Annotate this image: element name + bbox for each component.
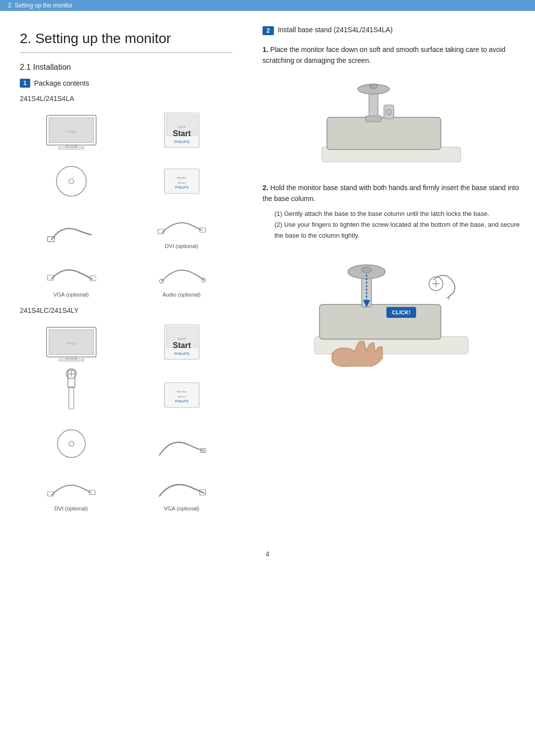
svg-text:driver/: driver/ — [177, 395, 186, 398]
item-stand-tool-2 — [20, 368, 122, 414]
badge-2: 2 — [263, 26, 274, 35]
audio-caption: Audio (optional) — [162, 292, 201, 298]
item-dvi-1: DVI (optional) — [130, 204, 233, 249]
svg-text:Monitor: Monitor — [176, 390, 186, 393]
svg-text:PHILIPS: PHILIPS — [174, 140, 189, 144]
svg-rect-37 — [69, 387, 74, 409]
install-heading-text: Install base stand (241S4L/241S4LA) — [278, 26, 393, 34]
item-cable-2 — [130, 418, 233, 463]
sub1-text: (1) Gently attach the base to the base c… — [274, 208, 520, 219]
svg-rect-50 — [369, 90, 378, 119]
model1-items-grid: Philips Quick Start PHILIPS — [20, 107, 233, 298]
svg-rect-3 — [59, 147, 84, 149]
svg-text:PHILIPS: PHILIPS — [175, 400, 188, 403]
right-column: 2 Install base stand (241S4L/241S4LA) 1.… — [248, 11, 535, 535]
svg-text:Quick: Quick — [178, 125, 186, 128]
item-vga-2: VGA (optional) — [130, 467, 233, 511]
svg-point-11 — [69, 179, 74, 184]
item-quickstart-1: Quick Start PHILIPS — [130, 107, 233, 152]
page-title: 2. Setting up the monitor — [20, 31, 233, 47]
svg-text:Start: Start — [172, 341, 191, 350]
illustration-face-down — [263, 75, 520, 174]
step2-text: 2. Hold the monitor base stand with both… — [263, 182, 520, 204]
sub2-text: (2) Use your fingers to tighten the scre… — [274, 219, 520, 241]
item-power-1 — [20, 204, 122, 249]
svg-text:PHILIPS: PHILIPS — [174, 352, 189, 356]
item-dvi-2: DVI (optional) — [20, 467, 122, 511]
step2-block: 2. Hold the monitor base stand with both… — [263, 182, 520, 241]
svg-rect-52 — [366, 116, 381, 122]
svg-text:Philips: Philips — [66, 130, 76, 134]
svg-text:Monitor: Monitor — [176, 176, 186, 179]
svg-text:CLICK!: CLICK! — [392, 309, 410, 315]
item-cd-1: Monitor driver/ PHILIPS — [130, 156, 233, 201]
install-heading-block: 2 Install base stand (241S4L/241S4LA) — [263, 26, 520, 35]
left-column: 2. Setting up the monitor 2.1 Installati… — [0, 11, 248, 535]
item-audio-1: Audio (optional) — [130, 253, 233, 298]
svg-text:driver/: driver/ — [177, 181, 186, 184]
package-contents-label: 1 Package contents — [20, 79, 233, 88]
badge-1: 1 — [20, 79, 30, 88]
model-label-1: 241S4L/241S4LA — [20, 95, 233, 102]
item-cd-2: Monitor driver/ PHILIPS — [130, 368, 233, 414]
item-monitor-1: Philips — [20, 107, 122, 152]
svg-text:Philips: Philips — [66, 342, 76, 346]
step1-text: 1. Place the monitor face down on soft a… — [263, 44, 520, 66]
svg-point-10 — [56, 166, 86, 196]
dvi2-caption: DVI (optional) — [54, 505, 88, 511]
item-monitor-2: Philips — [20, 319, 122, 364]
section-heading-21: 2.1 Installation — [20, 63, 233, 72]
item-disc-1 — [20, 156, 122, 201]
svg-rect-54 — [384, 105, 394, 119]
item-disc-2 — [20, 418, 122, 463]
svg-point-62 — [362, 267, 372, 273]
item-vga-1: VGA (optional) — [20, 253, 122, 298]
svg-text:PHILIPS: PHILIPS — [175, 186, 188, 189]
svg-point-53 — [370, 84, 377, 89]
svg-point-42 — [57, 430, 85, 457]
svg-rect-57 — [320, 304, 441, 339]
svg-rect-26 — [59, 359, 84, 361]
svg-rect-49 — [327, 117, 441, 150]
vga2-caption: VGA (optional) — [164, 505, 200, 511]
model2-items-grid: Philips Quick Start PHILIPS — [20, 319, 233, 511]
sub-steps: (1) Gently attach the base to the base c… — [274, 208, 520, 241]
vga1-caption: VGA (optional) — [54, 292, 89, 298]
illustration-insert-base: CLICK! — [263, 250, 520, 374]
item-quickstart-2: Quick Start PHILIPS — [130, 319, 233, 364]
svg-text:Start: Start — [172, 129, 191, 138]
page-number: 4 — [0, 550, 535, 558]
step1-block: 1. Place the monitor face down on soft a… — [263, 44, 520, 66]
svg-text:Quick: Quick — [178, 337, 186, 340]
breadcrumb: 2. Setting up the monitor — [0, 0, 535, 11]
svg-point-43 — [69, 441, 74, 446]
model-label-2: 241S4LC/241S4LY — [20, 306, 233, 314]
title-divider — [20, 52, 233, 53]
dvi1-caption: DVI (optional) — [165, 243, 198, 249]
